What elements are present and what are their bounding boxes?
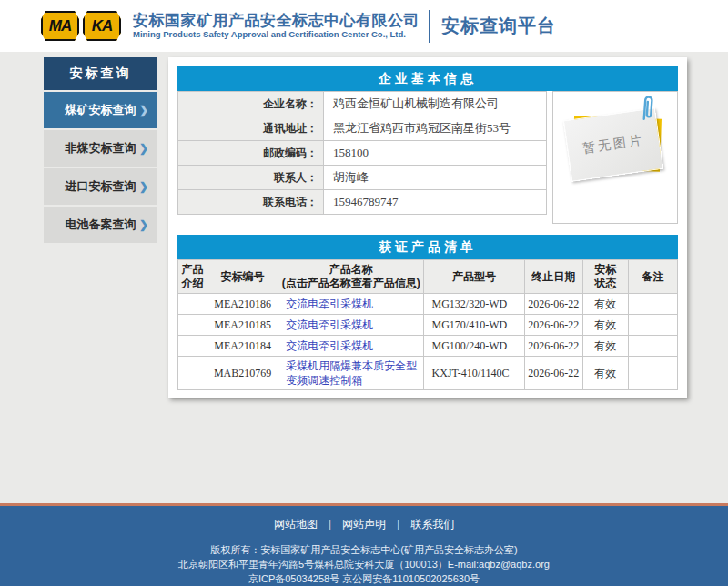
cell-status: 有效 [582, 336, 628, 357]
company-info-header: 企业基本信息 [177, 66, 678, 91]
field-label-contact: 联系人： [178, 166, 324, 190]
main-panel: 企业基本信息 企业名称： 鸡西金恒矿山机械制造有限公司 通讯地址： 黑龙江省鸡西… [168, 57, 687, 398]
field-label-address: 通讯地址： [178, 116, 324, 141]
footer-link-statement[interactable]: 网站声明 [342, 518, 386, 530]
cell-cert-no: MEA210184 [207, 336, 278, 357]
cell-intro [178, 336, 207, 357]
footer-link-separator [397, 518, 399, 530]
chevron-right-icon [139, 142, 148, 155]
field-label-company-name: 企业名称： [178, 92, 324, 116]
sidebar-item-label: 煤矿安标查询 [66, 102, 136, 118]
column-header-status: 安标 状态 [582, 260, 628, 294]
sidebar-item-import-query[interactable]: 进口安标查询 [44, 168, 157, 205]
chevron-right-icon [139, 180, 148, 193]
cell-cert-no: MEA210185 [207, 315, 278, 336]
field-label-phone: 联系电话： [178, 190, 324, 215]
field-value-phone: 15946789747 [324, 190, 547, 215]
cell-status: 有效 [582, 315, 628, 336]
cell-remark [628, 315, 677, 336]
cell-name: 交流电牵引采煤机 [278, 315, 424, 336]
sidebar-item-label: 进口安标查询 [66, 178, 136, 195]
org-name-cn: 安标国家矿用产品安全标志中心有限公司 [133, 12, 420, 30]
content-area: 安标查询 煤矿安标查询 非煤安标查询 进口安标查询 电池备案查询 企业基本信息 … [0, 52, 728, 503]
product-row: MEA210185 交流电牵引采煤机 MG170/410-WD 2026-06-… [178, 315, 678, 336]
cell-remark [628, 357, 677, 390]
cell-model: KXJT-410/1140C [424, 357, 524, 390]
cell-name: 采煤机用隔爆兼本质安全型变频调速控制箱 [278, 357, 424, 390]
copyright-line: 版权所有：安标国家矿用产品安全标志中心(矿用产品安全标志办公室) [0, 542, 728, 557]
maka-logo[interactable]: MA KA [41, 11, 121, 41]
cell-end-date: 2026-06-22 [524, 357, 582, 390]
column-header-model: 产品型号 [424, 260, 524, 294]
column-header-name: 产品名称 (点击产品名称查看产品信息) [278, 260, 424, 294]
product-row: MAB210769 采煤机用隔爆兼本质安全型变频调速控制箱 KXJT-410/1… [178, 357, 678, 390]
field-value-postcode: 158100 [324, 141, 547, 166]
column-header-end-date: 终止日期 [524, 260, 582, 294]
icp-line: 京ICP备05034258号 京公网安备11010502025630号 [0, 571, 728, 586]
org-name-en: Mining Products Safety Approval and Cert… [133, 30, 420, 40]
company-info-row: 通讯地址： 黑龙江省鸡西市鸡冠区南星街53号 [178, 116, 547, 141]
product-row: MEA210184 交流电牵引采煤机 MG100/240-WD 2026-06-… [178, 336, 678, 357]
cell-remark [628, 294, 677, 315]
column-header-remark: 备注 [628, 260, 677, 294]
sidebar-item-label: 电池备案查询 [66, 217, 136, 233]
org-titles: 安标国家矿用产品安全标志中心有限公司 Mining Products Safet… [133, 12, 420, 39]
cell-model: MG100/240-WD [424, 336, 524, 357]
cell-name: 交流电牵引采煤机 [278, 294, 424, 315]
cell-cert-no: MAB210769 [207, 357, 278, 390]
product-name-link[interactable]: 交流电牵引采煤机 [286, 298, 373, 310]
product-name-link[interactable]: 采煤机用隔爆兼本质安全型变频调速控制箱 [286, 359, 417, 387]
cell-end-date: 2026-06-22 [524, 315, 582, 336]
cell-model: MG132/320-WD [424, 294, 524, 315]
footer-link-contact[interactable]: 联系我们 [410, 518, 454, 530]
field-value-address: 黑龙江省鸡西市鸡冠区南星街53号 [324, 116, 547, 141]
header-divider [429, 10, 430, 43]
sidebar-item-label: 非煤安标查询 [66, 140, 136, 157]
cell-intro [178, 315, 207, 336]
company-info-table: 企业名称： 鸡西金恒矿山机械制造有限公司 通讯地址： 黑龙江省鸡西市鸡冠区南星街… [177, 91, 547, 215]
footer-link-sitemap[interactable]: 网站地图 [274, 518, 318, 530]
cell-name: 交流电牵引采煤机 [278, 336, 424, 357]
cell-end-date: 2026-06-22 [524, 294, 582, 315]
product-list-table: 产品 介绍 安标编号 产品名称 (点击产品名称查看产品信息) 产品型号 终止日期… [177, 259, 678, 390]
chevron-right-icon [139, 218, 148, 231]
field-value-contact: 胡海峰 [324, 166, 547, 190]
company-info-section: 企业名称： 鸡西金恒矿山机械制造有限公司 通讯地址： 黑龙江省鸡西市鸡冠区南星街… [177, 91, 678, 224]
product-name-link[interactable]: 交流电牵引采煤机 [286, 318, 373, 331]
platform-title: 安标查询平台 [441, 14, 556, 38]
logo-badge-ma: MA [41, 11, 79, 41]
chevron-right-icon [139, 104, 148, 116]
cell-status: 有效 [582, 357, 628, 390]
product-list-section: 获证产品清单 产品 介绍 安标编号 产品名称 (点击产品名称查看产品信息) 产品… [177, 235, 678, 390]
company-info-row: 联系电话： 15946789747 [178, 190, 547, 215]
address-line: 北京朝阳区和平里青年沟路5号煤科总院安科大厦（100013）E-mail:aqb… [0, 557, 728, 571]
field-label-postcode: 邮政编码： [178, 141, 324, 166]
cell-cert-no: MEA210186 [207, 294, 278, 315]
footer-link-separator [329, 518, 331, 530]
company-info-row: 邮政编码： 158100 [178, 141, 547, 166]
column-header-intro: 产品 介绍 [178, 260, 207, 294]
paperclip-icon [639, 93, 656, 125]
sidebar-item-coal-query[interactable]: 煤矿安标查询 [44, 92, 157, 128]
sidebar-item-battery-query[interactable]: 电池备案查询 [44, 207, 157, 243]
product-image-placeholder: 暂无图片 [552, 91, 678, 224]
cell-remark [628, 336, 677, 357]
cell-model: MG170/410-WD [424, 315, 524, 336]
footer-copyright: 版权所有：安标国家矿用产品安全标志中心(矿用产品安全标志办公室) 北京朝阳区和平… [0, 542, 728, 586]
field-value-company-name: 鸡西金恒矿山机械制造有限公司 [324, 92, 547, 116]
app-footer: 网站地图网站声明联系我们 版权所有：安标国家矿用产品安全标志中心(矿用产品安全标… [0, 506, 728, 586]
app-header: MA KA 安标国家矿用产品安全标志中心有限公司 Mining Products… [0, 0, 728, 52]
sidebar-item-noncoal-query[interactable]: 非煤安标查询 [44, 130, 157, 167]
cell-intro [178, 357, 207, 390]
company-info-row: 联系人： 胡海峰 [178, 166, 547, 190]
sidebar-title: 安标查询 [44, 57, 157, 90]
cell-intro [178, 294, 207, 315]
product-table-header-row: 产品 介绍 安标编号 产品名称 (点击产品名称查看产品信息) 产品型号 终止日期… [178, 260, 678, 294]
column-header-cert-no: 安标编号 [207, 260, 278, 294]
sidebar: 安标查询 煤矿安标查询 非煤安标查询 进口安标查询 电池备案查询 [44, 57, 157, 243]
company-info-row: 企业名称： 鸡西金恒矿山机械制造有限公司 [178, 92, 547, 116]
footer-links: 网站地图网站声明联系我们 [0, 506, 728, 532]
product-name-link[interactable]: 交流电牵引采煤机 [286, 339, 373, 352]
product-list-header: 获证产品清单 [177, 235, 678, 259]
cell-status: 有效 [582, 294, 628, 315]
